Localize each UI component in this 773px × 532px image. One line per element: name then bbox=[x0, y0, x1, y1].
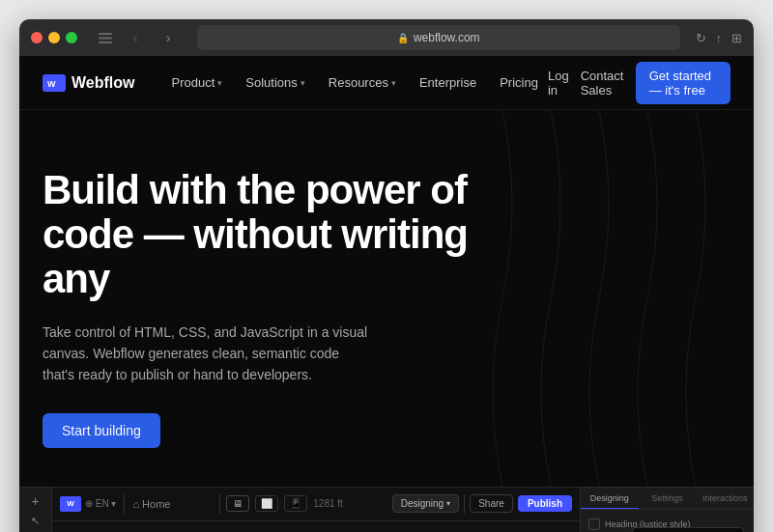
interactions-tab[interactable]: Interactions bbox=[696, 488, 754, 509]
url-text: webflow.com bbox=[414, 31, 480, 44]
viewport-desktop-btn[interactable]: 🖥 bbox=[226, 495, 249, 512]
designing-label: Designing bbox=[401, 498, 444, 509]
made-in-webflow-badge[interactable]: W Made in Webflow bbox=[632, 527, 744, 532]
back-button[interactable]: ‹ bbox=[122, 27, 149, 48]
publish-button[interactable]: Publish bbox=[518, 495, 572, 512]
maximize-button[interactable] bbox=[66, 32, 77, 43]
tablet-icon: ⬜ bbox=[261, 498, 272, 509]
viewport-tablet-btn[interactable]: ⬜ bbox=[255, 495, 278, 512]
chevron-down-icon: ▾ bbox=[391, 78, 396, 88]
hero-section: Build with the power of code — without w… bbox=[19, 110, 754, 487]
toolbar-divider bbox=[124, 494, 125, 514]
select-icon[interactable]: ↖ bbox=[31, 515, 40, 527]
svg-rect-0 bbox=[99, 33, 112, 35]
panel-tabs: Designing Settings Interactions bbox=[581, 488, 754, 510]
url-bar[interactable]: 🔒 webflow.com bbox=[197, 25, 680, 50]
settings-tab[interactable]: Settings bbox=[639, 488, 697, 509]
contact-sales-link[interactable]: Contact Sales bbox=[581, 69, 624, 98]
hero-content: Build with the power of code — without w… bbox=[19, 110, 522, 487]
breadcrumb-label: Home bbox=[142, 498, 170, 510]
website-content: W Webflow Product ▾ Solutions ▾ Resource… bbox=[19, 56, 754, 532]
mode-selector[interactable]: Designing ▾ bbox=[392, 494, 459, 513]
viewport-controls: 🖥 ⬜ 📱 1281 ft bbox=[178, 494, 384, 514]
nav-item-pricing[interactable]: Pricing bbox=[490, 70, 548, 96]
resolution-display: 1281 ft bbox=[313, 498, 343, 509]
style-tab[interactable]: Designing bbox=[581, 488, 639, 509]
designer-toolbar: + ↖ W ⊕ EN ▾ ⌂ Home bbox=[19, 487, 754, 532]
webflow-logo-icon: W bbox=[43, 74, 66, 92]
share-icon[interactable]: ↑ bbox=[716, 31, 723, 45]
nav-item-product[interactable]: Product ▾ bbox=[161, 70, 232, 96]
toolbar-logo-icon: W bbox=[60, 496, 81, 512]
left-tools: + ↖ bbox=[19, 488, 52, 532]
site-navbar: W Webflow Product ▾ Solutions ▾ Resource… bbox=[19, 56, 754, 110]
login-link[interactable]: Log in bbox=[548, 69, 569, 98]
minimize-button[interactable] bbox=[48, 32, 60, 43]
chevron-down-icon: ▾ bbox=[446, 499, 450, 508]
svg-text:W: W bbox=[47, 79, 56, 88]
traffic-lights bbox=[31, 32, 77, 43]
nav-item-solutions[interactable]: Solutions ▾ bbox=[236, 70, 314, 96]
mobile-icon: 📱 bbox=[290, 498, 301, 509]
share-button[interactable]: Share bbox=[470, 494, 513, 513]
lock-icon: 🔒 bbox=[397, 33, 409, 43]
nav-links: Product ▾ Solutions ▾ Resources ▾ Enterp… bbox=[161, 70, 547, 96]
hero-subtitle: Take control of HTML, CSS, and JavaScrip… bbox=[43, 322, 371, 386]
breadcrumb-area: ⌂ Home bbox=[132, 498, 170, 510]
browser-window: ‹ › 🔒 webflow.com ↻ ↑ ⊞ W Webflow bbox=[19, 19, 754, 532]
divider bbox=[219, 494, 220, 514]
hero-title: Build with the power of code — without w… bbox=[43, 168, 499, 302]
site-logo[interactable]: W Webflow bbox=[43, 74, 134, 92]
toolbar-logo-area: W ⊕ EN ▾ bbox=[60, 496, 116, 512]
right-panel: Designing Settings Interactions Heading … bbox=[580, 488, 754, 532]
svg-rect-2 bbox=[99, 42, 112, 43]
extensions-icon[interactable]: ⊞ bbox=[731, 31, 742, 45]
toolbar-bottom-row bbox=[52, 521, 580, 532]
desktop-icon: 🖥 bbox=[233, 498, 243, 509]
svg-rect-1 bbox=[99, 37, 112, 39]
toolbar-top-row: W ⊕ EN ▾ ⌂ Home 🖥 ⬜ bbox=[52, 488, 580, 522]
home-icon: ⌂ bbox=[132, 498, 139, 510]
forward-button[interactable]: › bbox=[155, 27, 182, 48]
viewport-mobile-btn[interactable]: 📱 bbox=[284, 495, 307, 512]
divider2 bbox=[464, 494, 465, 514]
get-started-button[interactable]: Get started — it's free bbox=[636, 62, 730, 104]
browser-titlebar: ‹ › 🔒 webflow.com ↻ ↑ ⊞ bbox=[19, 19, 754, 56]
sidebar-toggle-icon[interactable] bbox=[95, 27, 116, 48]
reload-icon[interactable]: ↻ bbox=[696, 31, 706, 45]
locale-label: ⊕ EN ▾ bbox=[85, 498, 116, 509]
start-building-button[interactable]: Start building bbox=[43, 413, 160, 448]
close-button[interactable] bbox=[31, 32, 43, 43]
add-icon[interactable]: + bbox=[31, 493, 39, 509]
toolbar-actions: Designing ▾ Share Publish bbox=[392, 494, 572, 514]
nav-item-enterprise[interactable]: Enterprise bbox=[410, 70, 486, 96]
chevron-down-icon: ▾ bbox=[301, 78, 305, 88]
nav-item-resources[interactable]: Resources ▾ bbox=[319, 70, 406, 96]
checkbox-icon bbox=[588, 518, 600, 530]
browser-nav: ‹ › bbox=[95, 27, 182, 48]
chevron-down-icon: ▾ bbox=[217, 78, 222, 88]
logo-text: Webflow bbox=[72, 74, 134, 92]
toolbar-main: W ⊕ EN ▾ ⌂ Home 🖥 ⬜ bbox=[52, 488, 580, 532]
nav-right: Log in Contact Sales Get started — it's … bbox=[548, 62, 730, 104]
browser-actions: ↻ ↑ ⊞ bbox=[696, 31, 743, 45]
